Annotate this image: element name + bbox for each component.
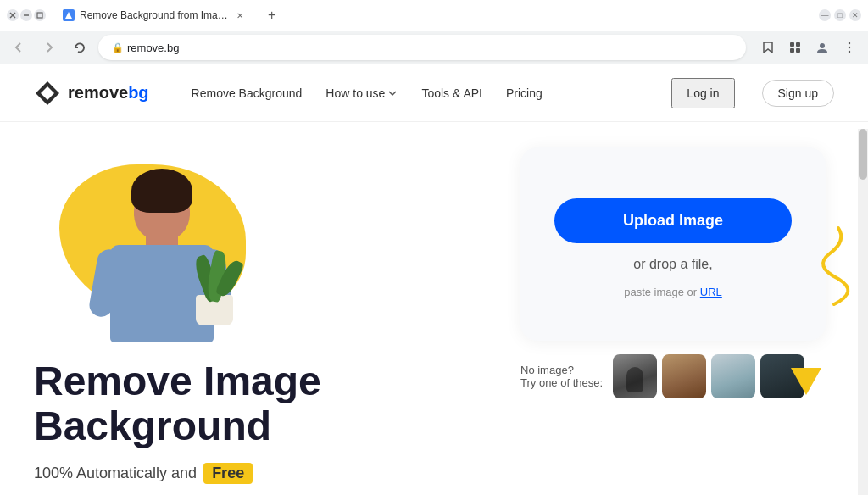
address-bar: 🔒 remove.bg bbox=[0, 31, 868, 64]
window-controls: — □ ✕ bbox=[819, 9, 861, 21]
logo[interactable]: removebg bbox=[34, 80, 149, 107]
browser-tab[interactable]: Remove Background from Ima… ✕ bbox=[53, 3, 257, 27]
svg-point-10 bbox=[820, 43, 825, 48]
scrollbar[interactable] bbox=[858, 129, 868, 495]
logo-icon bbox=[34, 80, 61, 107]
logo-text: removebg bbox=[68, 83, 149, 103]
new-tab-button[interactable]: + bbox=[260, 3, 284, 27]
window-max-btn[interactable] bbox=[34, 9, 46, 21]
chevron-down-icon bbox=[387, 88, 398, 98]
sample-images bbox=[613, 354, 804, 398]
navbar: removebg Remove Background How to use To… bbox=[0, 64, 868, 122]
hero-title: Remove Image Background bbox=[34, 359, 512, 449]
tab-close-btn[interactable]: ✕ bbox=[233, 8, 247, 22]
upload-image-button[interactable]: Upload Image bbox=[554, 198, 792, 243]
hero-right: Upload Image or drop a file, paste image… bbox=[512, 139, 834, 487]
menu-btn[interactable] bbox=[837, 36, 861, 59]
hero-subtitle: 100% Automatically and Free bbox=[34, 463, 512, 484]
forward-btn[interactable] bbox=[37, 36, 61, 59]
hero-image bbox=[34, 156, 305, 342]
person-image bbox=[85, 164, 237, 342]
back-btn[interactable] bbox=[7, 36, 31, 59]
nav-tools-api[interactable]: Tools & API bbox=[413, 81, 491, 105]
nav-how-to-use[interactable]: How to use bbox=[317, 81, 406, 105]
win-minimize[interactable]: — bbox=[819, 9, 831, 21]
nav-links: Remove Background How to use Tools & API… bbox=[183, 81, 551, 105]
nav-pricing[interactable]: Pricing bbox=[498, 81, 551, 105]
login-button[interactable]: Log in bbox=[671, 78, 734, 108]
extensions-btn[interactable] bbox=[783, 36, 807, 59]
hero-left: Remove Image Background 100% Automatical… bbox=[34, 139, 512, 487]
win-close[interactable]: ✕ bbox=[849, 9, 861, 21]
upload-card: Upload Image or drop a file, paste image… bbox=[520, 147, 826, 341]
bookmark-btn[interactable] bbox=[756, 36, 780, 59]
window-close-btn[interactable] bbox=[7, 9, 19, 21]
svg-point-11 bbox=[849, 42, 850, 44]
window-min-btn[interactable] bbox=[20, 9, 32, 21]
url-link[interactable]: URL bbox=[700, 286, 722, 298]
nav-remove-background[interactable]: Remove Background bbox=[183, 81, 311, 105]
reload-btn[interactable] bbox=[68, 36, 92, 59]
svg-rect-9 bbox=[796, 48, 800, 53]
sample-label: No image? Try one of these: bbox=[520, 364, 603, 389]
profile-btn[interactable] bbox=[810, 36, 834, 59]
scrollbar-thumb[interactable] bbox=[859, 129, 867, 180]
drop-text: or drop a file, bbox=[633, 257, 712, 272]
free-badge: Free bbox=[203, 463, 253, 484]
svg-marker-4 bbox=[65, 12, 72, 19]
hero-section: Remove Image Background 100% Automatical… bbox=[0, 122, 868, 487]
sample-image-1[interactable] bbox=[613, 354, 657, 398]
squiggle-decoration bbox=[800, 224, 851, 309]
url-bar[interactable]: 🔒 remove.bg bbox=[98, 35, 746, 60]
svg-rect-7 bbox=[796, 42, 800, 47]
lock-icon: 🔒 bbox=[112, 42, 124, 53]
sample-section: No image? Try one of these: bbox=[520, 341, 826, 398]
svg-rect-6 bbox=[790, 42, 794, 47]
title-bar: Remove Background from Ima… ✕ + — □ ✕ bbox=[0, 0, 868, 31]
browser-chrome: Remove Background from Ima… ✕ + — □ ✕ 🔒 … bbox=[0, 0, 868, 64]
tab-title: Remove Background from Ima… bbox=[80, 9, 228, 21]
browser-toolbar bbox=[756, 36, 861, 59]
triangle-decoration bbox=[791, 368, 821, 395]
svg-rect-3 bbox=[37, 13, 42, 18]
svg-rect-8 bbox=[790, 48, 794, 53]
svg-point-13 bbox=[849, 51, 850, 53]
svg-marker-5 bbox=[764, 42, 772, 53]
url-text: remove.bg bbox=[127, 42, 179, 54]
win-maximize[interactable]: □ bbox=[834, 9, 846, 21]
signup-button[interactable]: Sign up bbox=[762, 80, 834, 107]
sample-image-3[interactable] bbox=[711, 354, 755, 398]
sample-image-2[interactable] bbox=[662, 354, 706, 398]
website-content: removebg Remove Background How to use To… bbox=[0, 64, 868, 495]
svg-point-12 bbox=[849, 47, 850, 48]
paste-text: paste image or URL bbox=[624, 286, 722, 298]
tab-favicon bbox=[63, 9, 75, 21]
